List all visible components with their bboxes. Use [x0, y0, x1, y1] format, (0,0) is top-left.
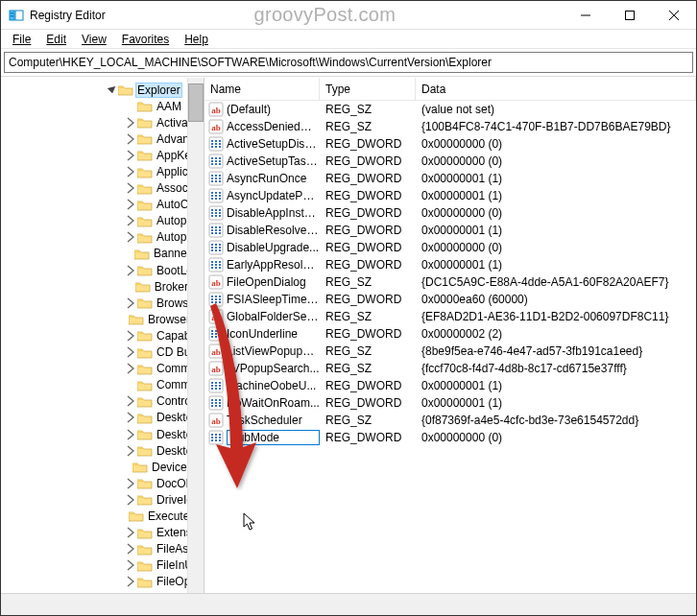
expand-icon[interactable]: [124, 149, 137, 162]
expand-icon[interactable]: [124, 214, 137, 227]
tree-node[interactable]: DeviceUp: [3, 459, 204, 475]
collapse-icon[interactable]: [105, 83, 118, 97]
tree-node[interactable]: AutoCom: [3, 197, 204, 213]
menu-file[interactable]: File: [5, 31, 38, 48]
value-row[interactable]: DisableAppInsta...REG_DWORD0x00000000 (0…: [204, 204, 696, 222]
expand-icon[interactable]: [124, 296, 137, 310]
expand-icon[interactable]: [124, 526, 137, 539]
address-bar[interactable]: Computer\HKEY_LOCAL_MACHINE\SOFTWARE\Mic…: [4, 52, 693, 73]
tree-node[interactable]: BrokerEx: [3, 278, 204, 295]
key-tree[interactable]: ExplorerAAMActivateTAdvanceAppKeyApplica…: [1, 78, 204, 593]
expand-icon[interactable]: [124, 542, 137, 556]
value-row[interactable]: MachineOobeU...REG_DWORD0x00000001 (1): [204, 377, 696, 394]
tree-node[interactable]: BootLoca: [3, 262, 204, 278]
tree-scrollbar[interactable]: [187, 78, 204, 593]
minimize-button[interactable]: [564, 1, 608, 29]
col-data[interactable]: Data: [416, 78, 696, 100]
expand-icon[interactable]: [124, 345, 137, 359]
expand-icon[interactable]: [124, 477, 137, 490]
value-row[interactable]: DisableUpgrade...REG_DWORD0x00000000 (0): [204, 239, 696, 256]
tree-node[interactable]: Browser H: [3, 311, 204, 327]
tree-node[interactable]: Desktop: [3, 410, 204, 426]
expand-icon[interactable]: [124, 165, 137, 178]
value-row[interactable]: FSIASleepTimeIn...REG_DWORD0x0000ea60 (6…: [204, 291, 696, 308]
tree-node[interactable]: FileAssoc: [3, 541, 204, 557]
expand-icon[interactable]: [124, 329, 137, 343]
expand-icon[interactable]: [124, 575, 137, 588]
string-value-icon: [208, 361, 224, 376]
tree-node[interactable]: Capabilit: [3, 327, 204, 344]
tree-node[interactable]: Autoplay: [3, 229, 204, 246]
expand-icon[interactable]: [124, 428, 137, 441]
tree-node[interactable]: Autoplay: [3, 213, 204, 229]
expand-icon[interactable]: [124, 558, 137, 572]
value-row[interactable]: FileOpenDialogREG_SZ{DC1C5A9C-E88A-4dde-…: [204, 273, 696, 291]
value-row[interactable]: DisableResolveS...REG_DWORD0x00000001 (1…: [204, 222, 696, 239]
tree-node[interactable]: BrowseN: [3, 295, 204, 311]
expand-icon[interactable]: [124, 230, 137, 244]
folder-icon: [137, 149, 153, 161]
tree-node[interactable]: Advance: [3, 130, 204, 147]
expand-icon[interactable]: [124, 181, 137, 195]
expand-icon[interactable]: [124, 132, 137, 146]
value-row[interactable]: GlobalFolderSett...REG_SZ{EF8AD2D1-AE36-…: [204, 308, 696, 325]
tree-node[interactable]: AppKey: [3, 147, 204, 163]
tree-node[interactable]: DesktopI: [3, 426, 204, 442]
tree-node[interactable]: Explorer: [3, 82, 204, 98]
menu-edit[interactable]: Edit: [38, 31, 74, 48]
menu-help[interactable]: Help: [177, 31, 216, 48]
value-row[interactable]: AsyncUpdatePC...REG_DWORD0x00000001 (1): [204, 187, 696, 204]
dword-value-icon: [208, 257, 224, 272]
tree-node[interactable]: ControlP: [3, 393, 204, 410]
expand-icon[interactable]: [124, 264, 137, 277]
dword-value-icon: [208, 205, 224, 221]
menu-view[interactable]: View: [74, 31, 114, 48]
tree-node[interactable]: FileInUse: [3, 557, 204, 574]
maximize-button[interactable]: [608, 1, 652, 29]
value-type: REG_DWORD: [320, 189, 416, 202]
expand-icon[interactable]: [124, 362, 137, 375]
col-type[interactable]: Type: [320, 78, 416, 100]
tree-node[interactable]: Commor: [3, 377, 204, 393]
expand-icon[interactable]: [124, 411, 137, 424]
value-row[interactable]: HubModeREG_DWORD0x00000000 (0): [204, 429, 696, 446]
value-row[interactable]: EarlyAppResolve...REG_DWORD0x00000001 (1…: [204, 256, 696, 273]
tree-node[interactable]: FileOpera: [3, 574, 204, 590]
value-row[interactable]: ActiveSetupTask...REG_DWORD0x00000000 (0…: [204, 153, 696, 170]
expand-icon[interactable]: [124, 444, 137, 458]
tree-node[interactable]: ActivateT: [3, 114, 204, 130]
tree-node[interactable]: ExecuteTy: [3, 508, 204, 524]
tree-node[interactable]: CD Burni: [3, 344, 204, 361]
value-name-edit[interactable]: HubMode: [227, 430, 320, 445]
expand-icon[interactable]: [124, 198, 137, 211]
value-row[interactable]: IconUnderlineREG_DWORD0x00000002 (2): [204, 325, 696, 343]
tree-node[interactable]: Comman: [3, 361, 204, 377]
folder-icon: [137, 182, 153, 195]
value-row[interactable]: AsyncRunOnceREG_DWORD0x00000001 (1): [204, 170, 696, 187]
value-row[interactable]: TaskSchedulerREG_SZ{0f87369f-a4e5-4cfc-b…: [204, 412, 696, 429]
tree-scroll-thumb[interactable]: [188, 83, 204, 122]
expand-icon[interactable]: [124, 493, 137, 507]
tree-node[interactable]: DriveIcor: [3, 491, 204, 508]
tree-node[interactable]: Desktop(: [3, 442, 204, 459]
value-row[interactable]: AccessDeniedDi...REG_SZ{100B4FC8-74C1-47…: [204, 118, 696, 135]
tree-node[interactable]: Applicati: [3, 163, 204, 179]
value-name: DisableResolveS...: [227, 224, 320, 237]
value-row[interactable]: (Default)REG_SZ(value not set): [204, 101, 696, 118]
tree-node[interactable]: DocObjec: [3, 475, 204, 491]
expand-icon[interactable]: [124, 116, 137, 130]
value-name: MachineOobeU...: [227, 379, 320, 392]
tree-node[interactable]: BannerSt: [3, 246, 204, 262]
tree-node[interactable]: Associati: [3, 180, 204, 197]
value-row[interactable]: LVPopupSearch...REG_SZ{fccf70c8-f4d7-4d8…: [204, 360, 696, 377]
tree-node[interactable]: Extension: [3, 525, 204, 541]
value-row[interactable]: ActiveSetupDisa...REG_DWORD0x00000000 (0…: [204, 135, 696, 153]
expand-icon[interactable]: [124, 394, 137, 408]
value-list[interactable]: Name Type Data (Default)REG_SZ(value not…: [204, 78, 696, 593]
col-name[interactable]: Name: [204, 78, 320, 100]
menu-favorites[interactable]: Favorites: [114, 31, 177, 48]
value-row[interactable]: ListViewPopupC...REG_SZ{8be9f5ea-e746-4e…: [204, 343, 696, 360]
value-row[interactable]: NoWaitOnRoam...REG_DWORD0x00000001 (1): [204, 394, 696, 412]
close-button[interactable]: [652, 1, 696, 29]
tree-node[interactable]: AAM: [3, 98, 204, 114]
